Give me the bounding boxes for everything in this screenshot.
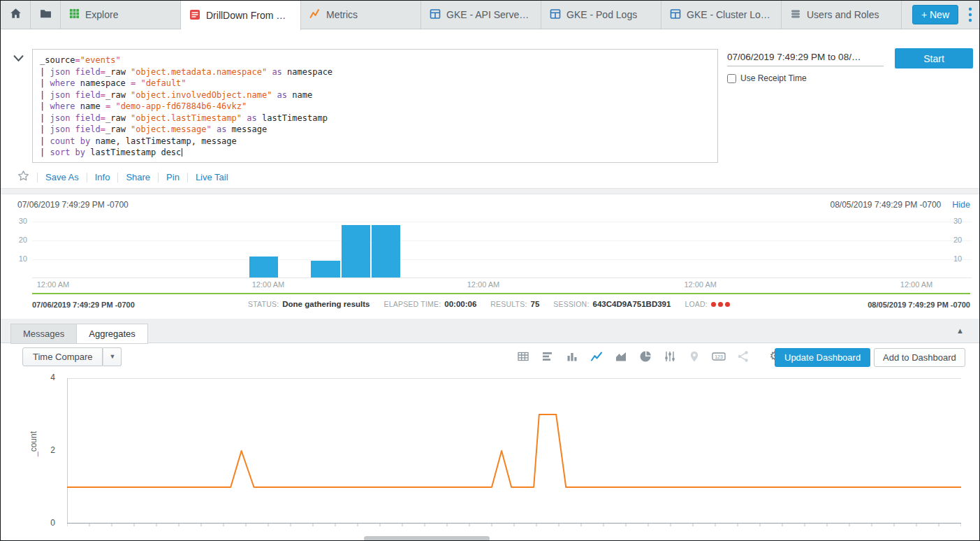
use-receipt-time-label: Use Receipt Time — [740, 73, 807, 83]
use-receipt-time-checkbox[interactable] — [727, 74, 736, 83]
divider — [117, 173, 118, 182]
status-label: STATUS: — [248, 300, 279, 308]
tab-users-and-roles[interactable]: Users and Roles — [782, 1, 902, 29]
aggregates-panel: Time Compare ▼ 123 ⚙ Update Dashboard Ad… — [1, 343, 979, 540]
collapse-results-icon[interactable]: ▲ — [956, 326, 964, 335]
status-item-load: LOAD: — [685, 300, 732, 308]
pie-chart-icon[interactable] — [638, 350, 652, 363]
collapse-query-icon[interactable] — [13, 53, 24, 66]
svg-text:123: 123 — [715, 354, 723, 359]
histogram-bar[interactable] — [311, 261, 340, 277]
single-value-icon[interactable]: 123 — [712, 350, 726, 363]
histogram-start-time: 07/06/2019 7:49:29 PM -0700 — [17, 200, 129, 210]
histogram-x-tick-label: 12:00 AM — [467, 280, 499, 289]
query-line: | json field=_raw "object.message" as me… — [40, 124, 710, 136]
tab-messages[interactable]: Messages — [10, 324, 77, 344]
tab-aggregates[interactable]: Aggregates — [77, 324, 148, 344]
explore-icon — [69, 8, 80, 21]
query-line: | where namespace = "default" — [40, 78, 710, 89]
tab-label: Metrics — [326, 9, 358, 20]
histogram-gridline — [32, 240, 972, 241]
map-view-icon[interactable] — [687, 350, 701, 363]
aggregates-line-chart[interactable] — [67, 378, 961, 528]
histogram-plot[interactable] — [32, 216, 972, 278]
tab-bar: Explore DrillDown From … Metrics GKE - A… — [1, 1, 979, 29]
node-graph-icon[interactable] — [736, 350, 750, 363]
tab-label: Explore — [85, 9, 118, 20]
pin-link[interactable]: Pin — [166, 172, 180, 182]
divider — [158, 173, 159, 182]
histogram-gridline — [32, 259, 972, 260]
results-tab-bar: Messages Aggregates ▲ — [1, 319, 979, 343]
tab-label: GKE - Cluster Lo… — [687, 9, 770, 20]
area-chart-icon[interactable] — [614, 350, 628, 363]
live-tail-link[interactable]: Live Tail — [196, 172, 228, 182]
search-panel: _source="events"| json field=_raw "objec… — [1, 29, 979, 188]
load-dot — [718, 302, 723, 307]
tab-library[interactable] — [31, 1, 61, 29]
time-compare-control[interactable]: Time Compare ▼ — [22, 347, 122, 366]
line-chart-icon[interactable] — [590, 350, 604, 363]
tab-label: GKE - Pod Logs — [566, 9, 637, 20]
status-label: SESSION: — [553, 300, 589, 308]
search-page-icon — [189, 9, 200, 22]
query-line: | sort by lastTimestamp desc — [40, 147, 710, 159]
section-divider — [1, 188, 979, 194]
histogram-y-tick-label: 20 — [9, 236, 27, 244]
results-tabs: Messages Aggregates — [10, 324, 148, 344]
tab-gke-pod-logs[interactable]: GKE - Pod Logs — [541, 1, 661, 29]
column-chart-icon[interactable] — [565, 350, 579, 363]
histogram-bar[interactable] — [249, 257, 279, 277]
tab-drilldown-search[interactable]: DrillDown From … — [181, 1, 301, 30]
divider — [37, 173, 38, 182]
status-value: 643C4D9A751BD391 — [593, 300, 671, 308]
chart-settings-icon[interactable] — [663, 350, 677, 363]
status-item: ELAPSED TIME: 00:00:06 — [384, 300, 477, 308]
histogram-bar[interactable] — [342, 225, 371, 278]
load-dot — [711, 302, 716, 307]
favorite-star-icon[interactable] — [17, 170, 29, 185]
time-compare-button[interactable]: Time Compare — [22, 347, 103, 366]
update-dashboard-button[interactable]: Update Dashboard — [775, 348, 870, 367]
status-value: 00:00:06 — [444, 300, 476, 308]
query-editor[interactable]: _source="events"| json field=_raw "objec… — [32, 49, 718, 163]
share-link[interactable]: Share — [126, 172, 150, 182]
kebab-menu-icon[interactable] — [968, 7, 972, 22]
dashboard-icon — [430, 8, 441, 22]
histogram-y-tick-label: 10 — [9, 254, 27, 263]
load-dot — [725, 302, 730, 307]
horizontal-scrollbar[interactable] — [364, 536, 490, 541]
chevron-down-icon[interactable]: ▼ — [103, 347, 122, 366]
histogram-bar[interactable] — [372, 225, 401, 278]
query-line: | json field=_raw "object.involvedObject… — [40, 89, 710, 101]
tab-gke-cluster-logs[interactable]: GKE - Cluster Lo… — [661, 1, 782, 29]
tab-metrics[interactable]: Metrics — [301, 1, 421, 29]
save-as-link[interactable]: Save As — [45, 172, 79, 182]
histogram-y-tick-label: 10 — [953, 254, 972, 263]
tab-label: GKE - API Serve… — [446, 9, 529, 20]
tab-explore[interactable]: Explore — [61, 1, 181, 29]
tab-gke-api-server[interactable]: GKE - API Serve… — [421, 1, 541, 29]
add-to-dashboard-button[interactable]: Add to Dashboard — [874, 348, 965, 367]
time-range-input[interactable]: 07/06/2019 7:49:29 PM to 08/… — [727, 52, 884, 66]
new-button[interactable]: + New — [912, 5, 958, 24]
status-value: 75 — [531, 300, 540, 308]
chart-type-toolbar: 123 ⚙ — [516, 350, 782, 363]
tab-label: DrillDown From … — [206, 10, 286, 21]
status-item: RESULTS: 75 — [490, 300, 539, 308]
table-view-icon[interactable] — [516, 350, 530, 363]
info-link[interactable]: Info — [95, 172, 110, 182]
tab-label: Users and Roles — [807, 9, 879, 20]
search-progress-bar — [32, 293, 970, 294]
users-roles-icon — [790, 8, 801, 22]
tab-home[interactable] — [1, 1, 31, 29]
status-item: STATUS: Done gathering results — [248, 300, 370, 308]
y-axis-label: _count — [29, 431, 38, 456]
histogram-panel: 07/06/2019 7:49:29 PM -0700 08/05/2019 7… — [1, 194, 979, 319]
hide-histogram-link[interactable]: Hide — [952, 200, 970, 210]
start-search-button[interactable]: Start — [895, 48, 973, 68]
horizontal-bar-chart-icon[interactable] — [541, 350, 555, 363]
histogram-y-tick-label: 30 — [9, 217, 27, 225]
text-cursor — [182, 148, 182, 157]
histogram-end-time: 08/05/2019 7:49:29 PM -0700 — [830, 200, 941, 210]
